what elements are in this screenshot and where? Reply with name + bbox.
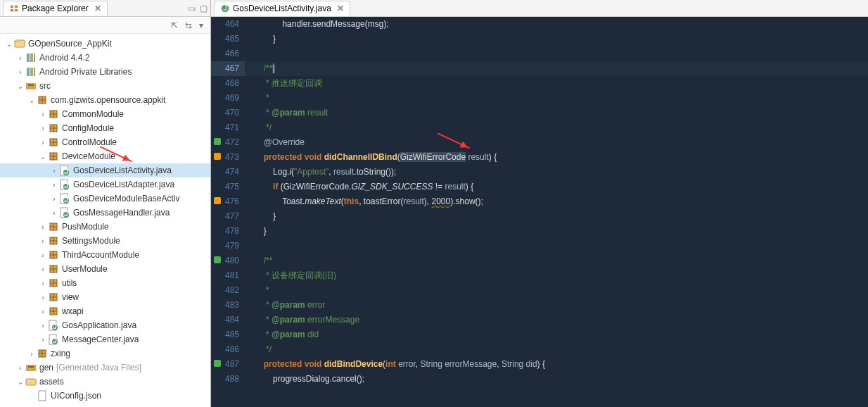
line-number-gutter[interactable]: 4644654664674684694704714724734744754764… (211, 17, 245, 407)
code-line[interactable]: progressDialog.cancel(); (245, 372, 868, 387)
chevron-right-icon[interactable]: › (38, 237, 48, 245)
tree-row[interactable]: ›Android Private Libraries (0, 65, 210, 79)
line-number[interactable]: 485 (211, 327, 245, 342)
close-icon[interactable]: ✕ (337, 4, 344, 13)
chevron-right-icon[interactable]: › (38, 265, 48, 273)
line-number[interactable]: 486 (211, 342, 245, 357)
code-line[interactable]: } (245, 209, 868, 224)
line-number[interactable]: 469 (211, 91, 245, 106)
chevron-right-icon[interactable]: › (49, 209, 59, 217)
code-area[interactable]: handler.sendMessage(msg); } /**| * 推送绑定回… (245, 17, 868, 407)
chevron-down-icon[interactable]: ⌄ (4, 40, 14, 48)
link-with-editor-icon[interactable]: ⇆ (185, 20, 192, 30)
line-number[interactable]: 472 (211, 135, 245, 150)
tree-row[interactable]: ›ControlModule (0, 135, 210, 149)
editor-tab[interactable]: J GosDeviceListActivity.java ✕ (214, 1, 350, 15)
code-line[interactable]: @Override (245, 135, 868, 150)
code-line[interactable] (245, 46, 868, 61)
chevron-right-icon[interactable]: › (15, 364, 25, 372)
code-line[interactable]: * 推送绑定回调 (245, 76, 868, 91)
package-explorer-tab[interactable]: Package Explorer ✕ (3, 1, 108, 15)
line-number[interactable]: 477 (211, 209, 245, 224)
tree-row[interactable]: ›JGosDeviceListActivity.java (0, 163, 210, 177)
override-marker-icon[interactable] (214, 360, 221, 367)
chevron-right-icon[interactable]: › (38, 223, 48, 231)
chevron-right-icon[interactable]: › (38, 308, 48, 315)
tree-row[interactable]: ⌄src (0, 79, 210, 93)
tree-row[interactable]: ›wxapi (0, 304, 210, 318)
tree-row[interactable]: ›UserModule (0, 262, 210, 276)
line-number[interactable]: 482 (211, 283, 245, 298)
tree-row[interactable]: ›ThirdAccountModule (0, 248, 210, 262)
chevron-right-icon[interactable]: › (15, 68, 25, 76)
line-number[interactable]: 464 (211, 17, 245, 32)
code-line[interactable]: * 设备绑定回调(旧) (245, 268, 868, 283)
line-number[interactable]: 478 (211, 224, 245, 239)
tree-row[interactable]: ›view (0, 290, 210, 304)
tree-row[interactable]: ›JGosDeviceModuleBaseActiv (0, 192, 210, 206)
tree-row[interactable]: ›utils (0, 276, 210, 290)
chevron-right-icon[interactable]: › (15, 54, 25, 62)
code-line[interactable]: handler.sendMessage(msg); (245, 17, 868, 32)
quickfix-marker-icon[interactable] (214, 197, 221, 204)
line-number[interactable]: 480 (211, 253, 245, 268)
collapse-all-icon[interactable]: ⇱ (171, 20, 178, 30)
line-number[interactable]: 479 (211, 239, 245, 253)
tree-row[interactable]: ›PushModule (0, 220, 210, 234)
view-menu-icon[interactable]: ▾ (199, 20, 203, 30)
tree-row[interactable]: ›CommonModule (0, 107, 210, 121)
line-number[interactable]: 474 (211, 165, 245, 180)
tree-row[interactable]: ›ConfigModule (0, 121, 210, 135)
line-number[interactable]: 466 (211, 46, 245, 61)
tree-row[interactable]: ⌄com.gizwits.opensource.appkit (0, 93, 210, 107)
chevron-right-icon[interactable]: › (38, 336, 48, 344)
chevron-down-icon[interactable]: ⌄ (27, 96, 37, 104)
code-line[interactable]: if (GizWifiErrorCode.GIZ_SDK_SUCCESS != … (245, 180, 868, 194)
chevron-down-icon[interactable]: ⌄ (38, 153, 48, 161)
chevron-right-icon[interactable]: › (49, 195, 59, 203)
tree-row[interactable]: ›JGosApplication.java (0, 318, 210, 332)
maximize-icon[interactable]: ▢ (200, 4, 208, 13)
chevron-right-icon[interactable]: › (38, 111, 48, 118)
code-line[interactable]: * (245, 91, 868, 106)
project-tree[interactable]: ⌄GOpenSource_AppKit›Android 4.4.2›Androi… (0, 34, 210, 407)
tree-row[interactable]: ›SettingsModule (0, 234, 210, 248)
code-line[interactable]: * @param did (245, 327, 868, 342)
line-number[interactable]: 476 (211, 194, 245, 209)
tree-row[interactable]: ⌄DeviceModule (0, 149, 210, 163)
tree-row[interactable]: ›JMessageCenter.java (0, 332, 210, 346)
tree-row[interactable]: ›Android 4.4.2 (0, 51, 210, 65)
override-marker-icon[interactable] (214, 138, 221, 145)
chevron-down-icon[interactable]: ⌄ (15, 82, 25, 90)
override-marker-icon[interactable] (214, 256, 221, 263)
code-line[interactable]: */ (245, 342, 868, 357)
code-editor[interactable]: 4644654664674684694704714724734744754764… (211, 17, 868, 407)
code-line[interactable]: */ (245, 120, 868, 135)
line-number[interactable]: 483 (211, 298, 245, 313)
line-number[interactable]: 473 (211, 150, 245, 165)
tree-row[interactable]: ›JGosMessageHandler.java (0, 206, 210, 220)
chevron-right-icon[interactable]: › (49, 167, 59, 175)
chevron-down-icon[interactable]: ⌄ (15, 378, 25, 386)
code-line[interactable] (245, 239, 868, 253)
line-number[interactable]: 487 (211, 357, 245, 372)
code-line[interactable]: * @param result (245, 106, 868, 120)
chevron-right-icon[interactable]: › (38, 251, 48, 259)
line-number[interactable]: 475 (211, 180, 245, 194)
chevron-right-icon[interactable]: › (38, 322, 48, 330)
chevron-right-icon[interactable]: › (38, 294, 48, 301)
tree-row[interactable]: ›gen[Generated Java Files] (0, 361, 210, 375)
code-line[interactable]: * @param error (245, 298, 868, 313)
minimize-icon[interactable]: ▭ (188, 4, 196, 13)
tree-row[interactable]: ⌄GOpenSource_AppKit (0, 37, 210, 51)
chevron-right-icon[interactable]: › (49, 181, 59, 189)
tree-row[interactable]: UIConfig.json (0, 389, 210, 403)
line-number[interactable]: 471 (211, 120, 245, 135)
line-number[interactable]: 468 (211, 76, 245, 91)
chevron-right-icon[interactable]: › (38, 280, 48, 287)
line-number[interactable]: 488 (211, 372, 245, 387)
code-line[interactable]: Toast.makeText(this, toastError(result),… (245, 194, 868, 209)
code-line[interactable]: protected void didBindDevice(int error, … (245, 357, 868, 372)
line-number[interactable]: 470 (211, 106, 245, 120)
code-line[interactable]: * @param errorMessage (245, 313, 868, 327)
